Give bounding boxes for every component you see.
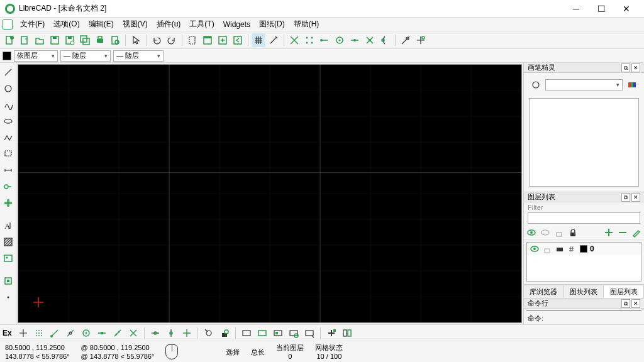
layer-combo[interactable]: 依图层 [14,50,58,62]
restrict-ortho-button[interactable] [414,33,428,47]
close-button[interactable]: ✕ [614,0,639,18]
print-button[interactable] [93,33,107,47]
tab-layers[interactable]: 图层列表 [604,285,644,298]
new-button[interactable] [3,33,16,47]
select-tool[interactable] [1,147,15,161]
snap-middle-button[interactable] [348,33,362,47]
zoom-window-button[interactable] [201,33,214,47]
circle-tool[interactable] [1,82,15,96]
pointer-button[interactable] [129,33,143,47]
modify-tool[interactable] [1,180,15,194]
select-inv-bottom[interactable] [271,326,285,340]
ex-label[interactable]: Ex [3,329,12,337]
print-preview-button[interactable] [108,33,122,47]
zoom-auto-button[interactable] [216,33,230,47]
zoom-previous-button[interactable] [231,33,245,47]
menu-help[interactable]: 帮助(H) [290,18,323,31]
snap-middle-bottom[interactable] [95,326,109,340]
layer-list[interactable]: # 0 [526,242,641,282]
info-tool[interactable] [1,196,15,210]
snap-free-bottom[interactable] [16,326,30,340]
snap-endpoint-button[interactable] [318,33,331,47]
hatch-tool[interactable] [1,235,15,249]
unlock-icon[interactable] [554,228,564,238]
layer-edit-icon[interactable] [631,228,641,238]
eye-show-icon[interactable] [526,228,536,238]
open-button[interactable] [33,33,47,47]
menu-drawings[interactable]: 图纸(D) [255,18,289,31]
curve-tool[interactable] [1,98,15,112]
snap-on-entity-button[interactable] [378,33,392,47]
dimension-tool[interactable] [1,163,15,177]
pen-undock-button[interactable]: ⧉ [621,63,630,72]
pen-apply-button[interactable] [625,78,639,92]
polyline-tool[interactable] [1,131,15,145]
menu-plugins[interactable]: 插件(u) [153,18,185,31]
restrict-h-bottom[interactable] [148,326,162,340]
snap-free-button[interactable] [287,33,301,47]
layer-filter-input[interactable] [528,212,640,224]
lock-relzero-bottom[interactable] [218,326,231,340]
color-swatch[interactable] [3,52,11,60]
save-as-button[interactable] [63,33,77,47]
minimize-button[interactable]: ─ [564,0,589,18]
point-tool[interactable] [1,290,15,304]
snap-intersection-button[interactable] [363,33,377,47]
snap-entity-bottom[interactable] [64,326,77,340]
block-tool[interactable] [1,274,15,288]
text-tool[interactable]: A [1,219,15,233]
layer-row[interactable]: # 0 [527,243,641,255]
lock-state-icon[interactable] [542,244,552,254]
menu-file[interactable]: 文件(F) [16,18,48,31]
grid-toggle-button[interactable] [252,33,265,47]
select-layer-bottom[interactable] [287,326,301,340]
deselect-bottom[interactable] [240,326,253,340]
layer-add-icon[interactable] [604,228,614,238]
snap-center-bottom[interactable] [79,326,93,340]
relative-zero-bottom[interactable] [202,326,216,340]
snap-end-bottom[interactable] [48,326,62,340]
pen-close-button[interactable]: ✕ [631,63,640,72]
eye-icon[interactable] [530,244,540,254]
restrict-ortho-bottom[interactable] [180,326,194,340]
restrict-v-bottom[interactable] [164,326,178,340]
pen-pick-button[interactable] [529,78,543,92]
menu-view[interactable]: 视图(V) [119,18,152,31]
new-from-template-button[interactable] [18,33,31,47]
ellipse-tool[interactable] [1,114,15,128]
cut-button[interactable] [186,33,199,47]
save-button[interactable] [48,33,62,47]
lineweight-combo[interactable]: — 随层 [113,50,164,62]
layer-add-bottom[interactable] [325,326,338,340]
snap-dist-bottom[interactable] [111,326,125,340]
layer-remove-icon[interactable] [618,228,628,238]
lock-icon[interactable] [568,228,578,238]
snap-center-button[interactable] [333,33,347,47]
redo-button[interactable] [165,33,179,47]
layer-manage-bottom[interactable] [340,326,354,340]
cmd-close-button[interactable]: ✕ [631,299,640,308]
layer-undock-button[interactable]: ⧉ [621,193,630,202]
snap-grid-button[interactable] [303,33,316,47]
line-tool[interactable] [1,65,15,79]
snap-intersect-bottom[interactable] [126,326,140,340]
tab-library[interactable]: 库浏览器 [524,285,564,298]
print-state-icon[interactable] [555,244,565,254]
maximize-button[interactable]: ☐ [589,0,614,18]
snap-grid-bottom[interactable] [32,326,46,340]
menu-options[interactable]: 选项(O) [50,18,83,31]
cmd-undock-button[interactable]: ⧉ [621,299,630,308]
document-icon[interactable] [3,19,13,30]
image-tool[interactable] [1,251,15,265]
restrict-nothing-button[interactable] [399,33,413,47]
draft-mode-button[interactable] [267,33,280,47]
linetype-combo[interactable]: — 随层 [60,50,111,62]
select-all-bottom[interactable] [255,326,269,340]
eye-hide-icon[interactable] [540,228,550,238]
menu-widgets[interactable]: Widgets [219,19,254,30]
layer-color-swatch[interactable] [580,245,587,253]
menu-tools[interactable]: 工具(T) [186,18,218,31]
save-all-button[interactable] [78,33,92,47]
menu-edit[interactable]: 编辑(E) [85,18,118,31]
undo-button[interactable] [150,33,164,47]
